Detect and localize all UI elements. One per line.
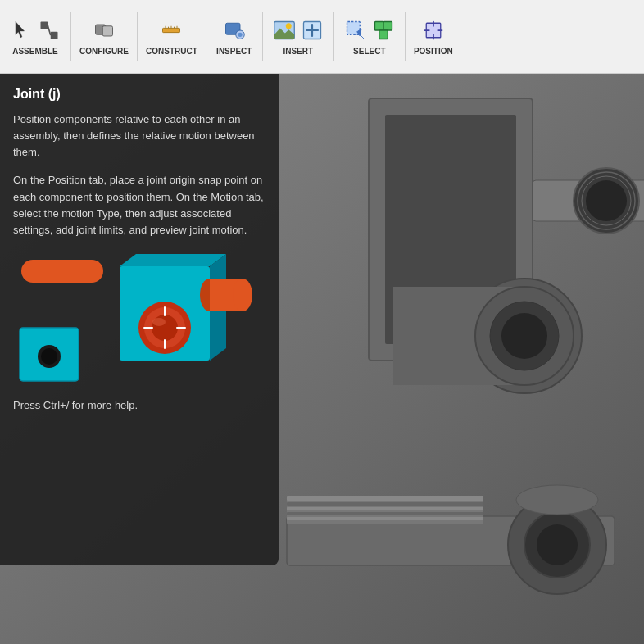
toolbar-construct[interactable]: CONSTRUCT	[141, 2, 202, 71]
svg-rect-33	[287, 502, 483, 506]
divider-2	[137, 12, 138, 61]
svg-marker-53	[120, 254, 226, 266]
main-viewport: Joint (j) Position components relative t…	[0, 74, 644, 644]
svg-rect-35	[287, 512, 483, 515]
toolbar-select[interactable]: SELECT	[338, 2, 401, 71]
divider-5	[333, 12, 334, 61]
svg-rect-0	[41, 22, 48, 29]
inspect-icon	[221, 17, 247, 43]
select-label: SELECT	[353, 47, 385, 56]
construct-icon	[158, 17, 184, 43]
svg-point-27	[586, 180, 627, 221]
position-icon	[420, 17, 447, 43]
joint-illustration	[13, 250, 267, 389]
svg-point-52	[41, 348, 57, 365]
select-icon1	[342, 17, 369, 43]
ctrl-hint: Press Ctrl+/ for more help.	[13, 399, 265, 411]
toolbar-position[interactable]: POSITION	[409, 2, 458, 71]
assemble-icon	[8, 17, 34, 43]
svg-point-40	[516, 485, 598, 515]
configure-label: CONFIGURE	[79, 47, 129, 56]
divider-4	[262, 12, 263, 61]
divider-1	[70, 12, 71, 61]
toolbar: ASSEMBLE CONFIGURE	[0, 0, 644, 74]
toolbar-insert[interactable]: INSERT	[266, 2, 330, 71]
svg-rect-34	[287, 507, 483, 510]
svg-rect-4	[102, 26, 112, 36]
toolbar-configure[interactable]: CONFIGURE	[75, 2, 134, 71]
position-label: POSITION	[414, 47, 453, 56]
joint-description1: Position components relative to each oth…	[13, 111, 265, 161]
svg-rect-32	[287, 496, 483, 501]
configure-icon	[91, 17, 117, 43]
divider-6	[405, 12, 406, 61]
svg-point-62	[152, 318, 166, 326]
svg-rect-18	[374, 22, 383, 31]
svg-point-47	[501, 313, 547, 359]
insert-icon2	[299, 17, 325, 43]
svg-point-58	[233, 279, 252, 311]
svg-point-13	[238, 33, 242, 37]
help-panel: Joint (j) Position components relative t…	[0, 74, 279, 565]
assemble-icon2	[36, 17, 62, 43]
svg-rect-36	[287, 517, 483, 520]
svg-line-2	[48, 25, 51, 35]
svg-rect-19	[383, 22, 392, 31]
construct-label: CONSTRUCT	[146, 47, 197, 56]
toolbar-assemble[interactable]: ASSEMBLE	[3, 2, 67, 71]
divider-3	[206, 12, 206, 61]
insert-icon1	[271, 17, 297, 43]
inspect-label: INSPECT	[216, 47, 252, 56]
svg-rect-20	[379, 30, 388, 39]
svg-rect-5	[163, 28, 180, 32]
joint-title: Joint (j)	[13, 87, 265, 102]
joint-illustration-svg	[13, 250, 267, 389]
svg-rect-1	[51, 32, 58, 39]
toolbar-inspect[interactable]: INSPECT	[210, 2, 259, 71]
assemble-label: ASSEMBLE	[12, 47, 58, 56]
svg-point-39	[537, 524, 578, 565]
svg-point-15	[286, 23, 292, 29]
svg-rect-48	[21, 260, 103, 283]
select-icon2	[370, 17, 397, 43]
joint-description2: On the Position tab, place a joint origi…	[13, 172, 265, 238]
insert-label: INSERT	[283, 47, 313, 56]
